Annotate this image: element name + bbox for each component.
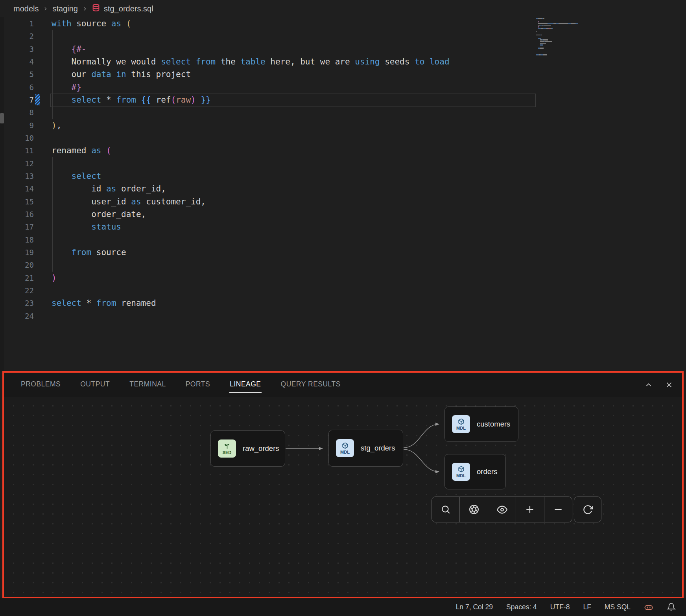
panel-tab-problems[interactable]: PROBLEMS: [20, 377, 61, 393]
code-text: select * from renamed: [52, 298, 156, 308]
status-item-lf[interactable]: LF: [583, 603, 591, 611]
code-line-19[interactable]: 19 from source: [0, 246, 686, 259]
eye-button[interactable]: [488, 497, 516, 522]
lineage-node-orders[interactable]: MDLorders: [444, 454, 506, 489]
gutter-decoration: [34, 195, 52, 208]
gutter-decoration: [34, 68, 52, 81]
breadcrumb-item-models[interactable]: models: [13, 4, 39, 13]
breadcrumb-file-name: stg_orders.sql: [104, 4, 153, 13]
panel-tab-ports[interactable]: PORTS: [185, 377, 210, 393]
zoom-out-button[interactable]: [544, 497, 572, 522]
panel-tab-lineage[interactable]: LINEAGE: [229, 377, 261, 393]
code-line-23[interactable]: 23select * from renamed: [0, 297, 686, 309]
status-bar: Ln 7, Col 29Spaces: 4UTF-8LFMS SQL: [0, 598, 686, 616]
code-text: from source: [52, 248, 126, 257]
code-text: status: [52, 222, 121, 232]
minimap-line: [536, 25, 603, 26]
line-number: 7: [0, 96, 34, 104]
line-number: 23: [0, 299, 34, 307]
code-line-13[interactable]: 13 select: [0, 170, 686, 182]
minimap[interactable]: [536, 18, 603, 58]
model-badge-icon: MDL: [336, 439, 354, 457]
lineage-toolbar: [432, 496, 572, 522]
gutter-decoration: [34, 94, 52, 106]
node-label: orders: [477, 467, 497, 476]
status-item-ms-sql[interactable]: MS SQL: [605, 603, 631, 611]
panel-tab-output[interactable]: OUTPUT: [80, 377, 110, 393]
chevron-right-icon: [82, 6, 87, 11]
line-number: 18: [0, 235, 34, 244]
close-panel-icon[interactable]: [665, 381, 673, 389]
gutter-decoration: [34, 221, 52, 233]
gutter-decoration: [34, 132, 52, 144]
collapse-panel-icon[interactable]: [644, 381, 653, 389]
line-number: 20: [0, 261, 34, 269]
panel-tab-terminal[interactable]: TERMINAL: [129, 377, 166, 393]
status-item-utf-8[interactable]: UTF-8: [550, 603, 570, 611]
gutter-decoration: [34, 208, 52, 221]
code-line-5[interactable]: 5 our data in this project: [0, 68, 686, 81]
code-line-16[interactable]: 16 order_date,: [0, 208, 686, 221]
code-line-9[interactable]: 9),: [0, 119, 686, 132]
code-line-10[interactable]: 10: [0, 132, 686, 144]
code-lines: 1with source as (23 {#-4 Normally we wou…: [0, 17, 686, 322]
seed-badge-icon: SED: [218, 439, 236, 458]
line-number: 19: [0, 248, 34, 257]
gutter-decoration: [34, 144, 52, 157]
code-line-21[interactable]: 21): [0, 272, 686, 284]
breadcrumb: models staging stg_orders.sql: [0, 0, 686, 17]
minimap-line: [536, 51, 603, 52]
gutter-decoration: [34, 310, 52, 322]
zoom-in-button[interactable]: [516, 497, 544, 522]
breadcrumb-item-file[interactable]: stg_orders.sql: [92, 4, 153, 14]
code-line-14[interactable]: 14 id as order_id,: [0, 182, 686, 195]
code-editor[interactable]: 1with source as (23 {#-4 Normally we wou…: [0, 17, 686, 371]
line-number: 21: [0, 274, 34, 282]
code-line-22[interactable]: 22: [0, 284, 686, 297]
panel-tab-query-results[interactable]: QUERY RESULTS: [280, 377, 341, 393]
lineage-node-customers[interactable]: MDLcustomers: [444, 406, 518, 442]
minimap-line: [536, 38, 603, 39]
line-number: 8: [0, 108, 34, 117]
status-item-ln-7-col-29[interactable]: Ln 7, Col 29: [456, 603, 493, 611]
code-line-12[interactable]: 12: [0, 157, 686, 170]
active-line-run-marker-icon[interactable]: [35, 94, 40, 105]
code-text: select: [52, 171, 101, 181]
code-line-7[interactable]: 7 select * from {{ ref(raw) }}: [0, 94, 686, 106]
code-text: ): [52, 273, 57, 283]
minimap-line: [536, 36, 603, 37]
notifications-bell-icon[interactable]: [667, 603, 676, 612]
minimap-line: [536, 18, 603, 19]
code-text: {#-: [52, 44, 87, 54]
code-text: id as order_id,: [52, 184, 166, 193]
lineage-node-raw_orders[interactable]: SEDraw_orders: [210, 430, 285, 467]
code-line-11[interactable]: 11renamed as (: [0, 144, 686, 157]
lineage-canvas[interactable]: SEDraw_ordersMDLstg_ordersMDLcustomersMD…: [4, 397, 682, 597]
refresh-button[interactable]: [574, 496, 601, 522]
code-line-8[interactable]: 8: [0, 106, 686, 119]
line-number: 11: [0, 146, 34, 155]
code-line-15[interactable]: 15 user_id as customer_id,: [0, 195, 686, 208]
lineage-node-stg_orders[interactable]: MDLstg_orders: [328, 430, 403, 467]
code-line-20[interactable]: 20: [0, 259, 686, 271]
gutter-decoration: [34, 81, 52, 94]
indent-guide: [52, 157, 53, 272]
aperture-button[interactable]: [459, 497, 487, 522]
minimap-line: [536, 53, 603, 54]
lineage-edge: [404, 424, 439, 448]
indent-guide: [52, 30, 53, 119]
line-number: 1: [0, 19, 34, 28]
panel-tab-bar: PROBLEMSOUTPUTTERMINALPORTSLINEAGEQUERY …: [4, 373, 682, 397]
code-line-6[interactable]: 6 #}: [0, 81, 686, 94]
code-line-18[interactable]: 18: [0, 234, 686, 246]
minimap-line: [536, 28, 603, 29]
line-number: 14: [0, 184, 34, 193]
gutter-decoration: [34, 106, 52, 119]
status-item-spaces-4[interactable]: Spaces: 4: [506, 603, 537, 611]
code-line-24[interactable]: 24: [0, 310, 686, 322]
gutter-decoration: [34, 182, 52, 195]
breadcrumb-item-staging[interactable]: staging: [52, 4, 78, 13]
copilot-icon[interactable]: [644, 603, 653, 612]
code-line-17[interactable]: 17 status: [0, 221, 686, 233]
search-button[interactable]: [432, 497, 459, 522]
